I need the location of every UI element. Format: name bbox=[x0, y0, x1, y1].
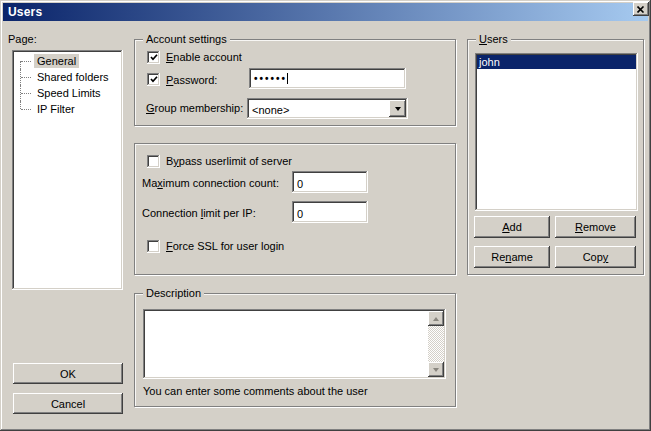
scroll-up-button[interactable] bbox=[428, 311, 444, 326]
max-connection-count-label: Maximum connection count: bbox=[142, 177, 279, 190]
group-account-settings: Account settings Enable account Password… bbox=[134, 39, 456, 126]
tree-item-ip-filter[interactable]: IP Filter bbox=[12, 101, 123, 117]
text-caret bbox=[287, 73, 288, 84]
enable-account-label[interactable]: Enable account bbox=[166, 51, 242, 64]
tree-item-label: Speed Limits bbox=[34, 86, 104, 100]
check-icon bbox=[150, 54, 158, 61]
group-membership-select[interactable]: <none> bbox=[247, 98, 408, 119]
group-title: Description bbox=[143, 287, 204, 299]
titlebar: Users bbox=[3, 3, 648, 21]
force-ssl-checkbox[interactable] bbox=[147, 240, 160, 253]
tree-connector bbox=[12, 101, 34, 117]
remove-button[interactable]: Remove bbox=[555, 216, 636, 238]
tree-item-speed-limits[interactable]: Speed Limits bbox=[12, 85, 123, 101]
users-list[interactable]: john bbox=[475, 53, 638, 211]
chevron-down-icon bbox=[395, 107, 401, 114]
description-textarea[interactable] bbox=[143, 309, 446, 379]
check-icon bbox=[150, 76, 158, 83]
group-users: Users john Add Remove Rename Copy bbox=[467, 39, 644, 275]
group-title: Users bbox=[476, 33, 511, 45]
tree-item-label: Shared folders bbox=[34, 70, 112, 84]
dropdown-button[interactable] bbox=[389, 100, 406, 117]
tree-item-shared-folders[interactable]: Shared folders bbox=[12, 69, 123, 85]
arrow-up-icon bbox=[433, 314, 439, 321]
bypass-userlimit-label[interactable]: Bypass userlimit of server bbox=[166, 155, 292, 168]
description-scrollbar[interactable] bbox=[428, 311, 444, 377]
bypass-userlimit-checkbox[interactable] bbox=[147, 155, 160, 168]
user-list-item[interactable]: john bbox=[477, 55, 636, 69]
copy-button[interactable]: Copy bbox=[555, 246, 636, 268]
tree-item-label: General bbox=[34, 54, 79, 68]
group-title: Account settings bbox=[143, 33, 230, 45]
window-title: Users bbox=[3, 5, 42, 19]
combo-selected-value: <none> bbox=[247, 102, 389, 116]
tree-connector bbox=[12, 85, 34, 101]
close-icon bbox=[637, 6, 645, 13]
force-ssl-label[interactable]: Force SSL for user login bbox=[166, 240, 284, 253]
page-tree[interactable]: General Shared folders Speed Limits IP F… bbox=[12, 50, 123, 290]
cancel-button[interactable]: Cancel bbox=[13, 393, 123, 414]
connection-limit-per-ip-label: Connection limit per IP: bbox=[142, 207, 256, 220]
tree-item-label: IP Filter bbox=[34, 102, 78, 116]
enable-account-checkbox[interactable] bbox=[147, 51, 160, 64]
password-checkbox[interactable] bbox=[147, 73, 160, 86]
group-connection-limits: Bypass userlimit of server Maximum conne… bbox=[134, 143, 456, 275]
users-dialog: Users Page: General Shared folders Speed… bbox=[0, 0, 651, 431]
scrollbar-track[interactable] bbox=[428, 326, 444, 362]
password-value: •••••• bbox=[254, 73, 287, 84]
description-hint: You can enter some comments about the us… bbox=[143, 385, 368, 398]
arrow-down-icon bbox=[433, 368, 439, 375]
tree-connector bbox=[12, 69, 34, 85]
tree-item-general[interactable]: General bbox=[12, 53, 123, 69]
scroll-down-button[interactable] bbox=[428, 362, 444, 377]
rename-button[interactable]: Rename bbox=[474, 246, 550, 268]
group-description: Description You can enter some comments … bbox=[134, 293, 456, 407]
max-connection-count-input[interactable] bbox=[292, 171, 368, 193]
page-label: Page: bbox=[8, 33, 37, 46]
close-button[interactable] bbox=[633, 2, 649, 16]
password-label[interactable]: Password: bbox=[166, 74, 217, 87]
ok-button[interactable]: OK bbox=[13, 363, 123, 384]
add-button[interactable]: Add bbox=[474, 216, 550, 238]
tree-connector bbox=[12, 53, 34, 69]
group-membership-label: Group membership: bbox=[146, 102, 243, 115]
connection-limit-per-ip-input[interactable] bbox=[292, 201, 368, 223]
password-input[interactable]: •••••• bbox=[249, 68, 406, 89]
